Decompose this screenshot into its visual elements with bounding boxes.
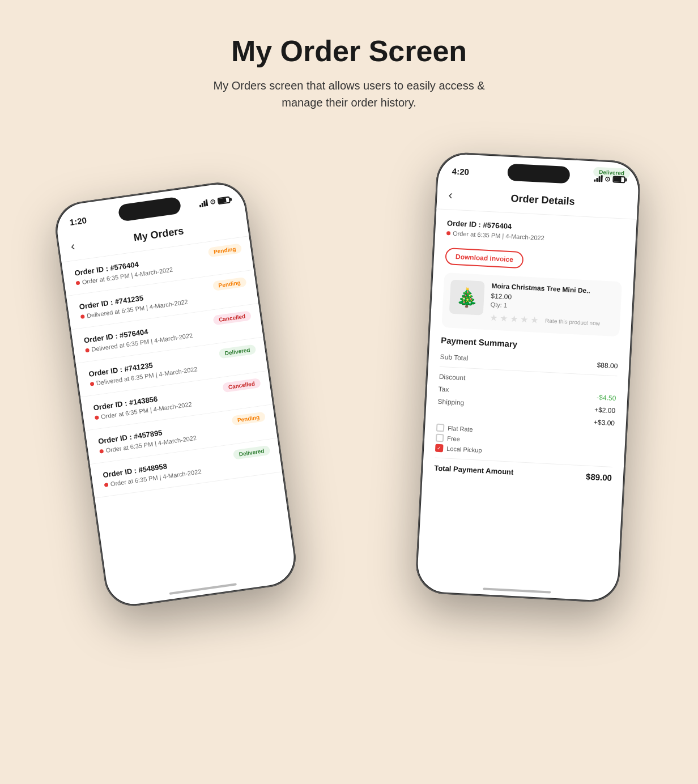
order-meta: Order ID : #576404 Order at 6:35 PM | 4-… xyxy=(446,219,625,245)
page-title: My Order Screen xyxy=(231,34,467,68)
product-info: Moira Christmas Tree Mini De.. $12.00 Qt… xyxy=(490,282,615,329)
rate-text: Rate this product now xyxy=(545,317,600,326)
discount-label: Discount xyxy=(439,373,465,382)
phone-screen-left: 1:20 ⊙ xyxy=(54,181,297,608)
details-screen-title: Order Details xyxy=(459,190,626,210)
red-dot-1 xyxy=(75,280,80,285)
red-dot-6 xyxy=(99,449,104,453)
red-dot-4 xyxy=(90,381,95,386)
star-1[interactable]: ★ xyxy=(490,312,498,323)
product-image: 🎄 xyxy=(449,280,485,316)
subtotal-label: Sub Total xyxy=(440,353,468,363)
status-time-right: 4:20 xyxy=(452,166,469,177)
star-3[interactable]: ★ xyxy=(510,313,518,325)
shipping-value: +$3.00 xyxy=(594,418,615,427)
battery-icon-right xyxy=(612,176,625,183)
download-invoice-button[interactable]: Download invoice xyxy=(445,248,524,269)
back-button-left[interactable]: ‹ xyxy=(70,238,76,254)
battery-icon-left xyxy=(217,196,230,204)
tax-label: Tax xyxy=(438,385,449,394)
star-4[interactable]: ★ xyxy=(520,314,529,325)
discount-value: -$4.50 xyxy=(597,393,616,402)
star-5[interactable]: ★ xyxy=(530,314,539,326)
status-icons-right: ⊙ xyxy=(594,174,625,184)
payment-title: Payment Summary xyxy=(441,335,619,354)
subtotal-row: Sub Total $88.00 xyxy=(440,351,618,372)
total-value: $89.00 xyxy=(586,472,612,483)
phones-container: 1:20 ⊙ xyxy=(23,145,675,711)
local-pickup-checkbox[interactable]: ✓ xyxy=(435,444,444,453)
red-dot-3 xyxy=(85,348,90,352)
local-pickup-label: Local Pickup xyxy=(446,445,482,454)
free-radio[interactable] xyxy=(436,434,444,442)
volume-up-button-right xyxy=(431,219,434,240)
orders-list: Pending Order ID : #576404 Order at 6:35… xyxy=(62,236,282,498)
status-time-left: 1:20 xyxy=(69,215,87,227)
order-meta-left: Order ID : #576404 Order at 6:35 PM | 4-… xyxy=(446,219,545,241)
volume-down-button-right xyxy=(429,246,433,267)
back-button-right[interactable]: ‹ xyxy=(448,188,453,202)
detail-red-dot xyxy=(446,231,450,235)
wifi-icon-right: ⊙ xyxy=(605,175,611,184)
phone-left: 1:20 ⊙ xyxy=(52,179,300,610)
flat-rate-radio[interactable] xyxy=(436,424,445,432)
signal-icon-right xyxy=(594,175,603,182)
tax-value: +$2.00 xyxy=(594,406,616,415)
wifi-icon-left: ⊙ xyxy=(209,198,216,206)
subtotal-value: $88.00 xyxy=(597,361,618,370)
red-dot-5 xyxy=(95,415,99,420)
home-indicator-left xyxy=(169,583,237,595)
payment-section: Payment Summary Sub Total $88.00 Discoun… xyxy=(434,335,619,485)
status-icons-left: ⊙ xyxy=(199,195,231,208)
stars-row: ★ ★ ★ ★ ★ Rate this product now xyxy=(490,312,614,329)
phone-screen-right: 4:20 ⊙ xyxy=(416,153,640,601)
product-card: 🎄 Moira Christmas Tree Mini De.. $12.00 … xyxy=(441,272,622,336)
page-wrapper: My Order Screen My Orders screen that al… xyxy=(0,0,698,784)
red-dot-7 xyxy=(104,483,109,487)
phone-right: 4:20 ⊙ xyxy=(415,151,641,603)
xmas-tree-icon: 🎄 xyxy=(455,286,479,309)
details-content: Order ID : #576404 Order at 6:35 PM | 4-… xyxy=(416,209,637,599)
free-label: Free xyxy=(447,435,460,442)
signal-icon-left xyxy=(199,199,208,207)
dynamic-island-right xyxy=(507,164,570,184)
shipping-label: Shipping xyxy=(437,398,464,407)
star-2[interactable]: ★ xyxy=(500,313,508,324)
power-button-right xyxy=(635,247,639,281)
red-dot-2 xyxy=(80,314,85,319)
flat-rate-label: Flat Rate xyxy=(448,425,473,433)
page-subtitle: My Orders screen that allows users to ea… xyxy=(213,77,485,111)
total-label: Total Payment Amount xyxy=(434,464,514,478)
